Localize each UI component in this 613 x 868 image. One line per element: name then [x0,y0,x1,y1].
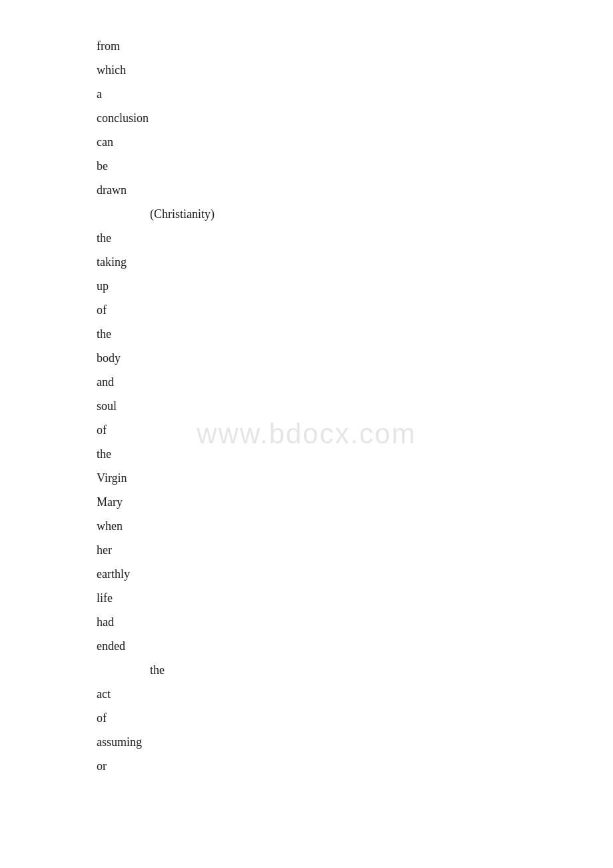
word-line-24: had [97,616,613,628]
word-line-19: Mary [97,496,613,508]
word-line-30: or [97,760,613,772]
word-line-7: (Christianity) [97,208,613,220]
word-line-15: soul [97,400,613,412]
word-line-3: conclusion [97,112,613,124]
word-line-12: the [97,328,613,340]
word-line-6: drawn [97,184,613,196]
word-line-23: life [97,592,613,604]
word-line-18: Virgin [97,472,613,484]
word-line-21: her [97,544,613,556]
word-line-28: of [97,712,613,724]
word-line-5: be [97,160,613,172]
word-line-13: body [97,352,613,364]
word-line-25: ended [97,640,613,652]
word-line-27: act [97,688,613,700]
word-line-2: a [97,88,613,100]
word-line-1: which [97,64,613,76]
word-line-14: and [97,376,613,388]
word-line-10: up [97,280,613,292]
word-line-4: can [97,136,613,148]
word-line-0: from [97,40,613,52]
word-line-9: taking [97,256,613,268]
word-line-17: the [97,448,613,460]
word-line-16: of [97,424,613,436]
page-content: fromwhichaconclusioncanbedrawn(Christian… [0,0,613,824]
word-line-22: earthly [97,568,613,580]
word-line-11: of [97,304,613,316]
word-line-26: the [97,664,613,676]
word-line-8: the [97,232,613,244]
word-line-20: when [97,520,613,532]
word-line-29: assuming [97,736,613,748]
